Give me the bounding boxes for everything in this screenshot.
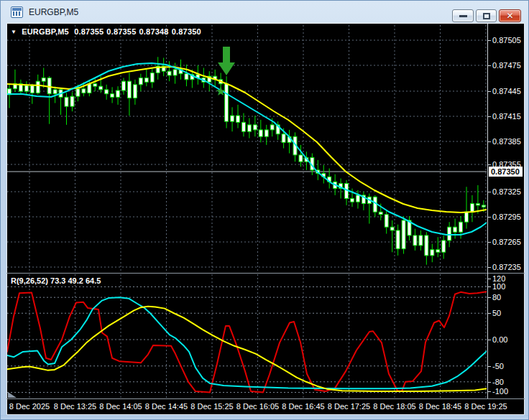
price-tick bbox=[488, 217, 491, 218]
price-tick bbox=[488, 91, 491, 92]
price-tick-label: 0.87475 bbox=[492, 61, 521, 70]
price-tick-label: 0.87445 bbox=[492, 87, 521, 95]
header-symbol: EURGBP,M5 bbox=[22, 27, 69, 36]
price-tick bbox=[488, 40, 491, 41]
restore-icon bbox=[483, 13, 490, 19]
star-signal-icon: ★ bbox=[215, 84, 226, 98]
price-tick-label: 0.87415 bbox=[492, 112, 521, 121]
indicator-tick bbox=[488, 391, 491, 392]
indicator-tick bbox=[488, 382, 491, 383]
time-tick-label: 8 Dec 13:25 bbox=[54, 402, 96, 411]
minimize-icon bbox=[459, 15, 467, 17]
time-tick-label: 8 Dec 2025 bbox=[9, 402, 50, 411]
time-tick-label: 8 Dec 17:25 bbox=[328, 402, 370, 411]
indicator-tick-label: -80 bbox=[492, 378, 504, 386]
indicator-tick bbox=[488, 297, 491, 298]
indicator-tick-label: 0.00 bbox=[492, 335, 507, 344]
price-tick bbox=[488, 116, 491, 117]
price-tick bbox=[488, 65, 491, 66]
header-low: 0.87348 bbox=[139, 27, 169, 36]
minimize-button[interactable] bbox=[452, 9, 474, 22]
indicator-tick bbox=[488, 279, 491, 279]
pane-separator[interactable] bbox=[6, 273, 525, 274]
time-tick-label: 8 Dec 15:25 bbox=[190, 402, 233, 411]
price-tick bbox=[488, 141, 491, 142]
time-tick-label: 8 Dec 14:45 bbox=[145, 402, 188, 411]
window-bottom-frame bbox=[1, 415, 529, 420]
header-open: 0.87355 bbox=[74, 27, 104, 36]
indicator-tick-label: 80 bbox=[492, 293, 501, 302]
price-tick-label: 0.87295 bbox=[492, 213, 521, 221]
price-tick-label: 0.87385 bbox=[492, 137, 521, 146]
window-titlebar[interactable]: EURGBP,M5 ✕ bbox=[1, 1, 529, 23]
close-icon: ✕ bbox=[506, 11, 513, 20]
time-tick-label: 8 Dec 16:05 bbox=[236, 402, 279, 411]
indicator-tick-label: -50 bbox=[492, 362, 504, 370]
price-tick bbox=[488, 242, 491, 243]
time-tick-label: 8 Dec 14:05 bbox=[99, 402, 142, 411]
symbol-dropdown-icon[interactable]: ▼ bbox=[11, 29, 17, 35]
indicator-tick bbox=[488, 286, 491, 287]
window-title: EURGBP,M5 bbox=[29, 7, 78, 17]
header-high: 0.87355 bbox=[106, 27, 136, 36]
price-tick bbox=[488, 164, 491, 165]
indicator-label: R(9,26,52) 73.3 49.2 64.5 bbox=[11, 276, 101, 285]
indicator-tick bbox=[488, 366, 491, 367]
indicator-canvas[interactable] bbox=[7, 274, 487, 398]
main-chart-canvas[interactable]: ★ bbox=[7, 25, 487, 273]
indicator-tick bbox=[488, 340, 491, 340]
close-button[interactable]: ✕ bbox=[499, 9, 521, 22]
indicator-tick-label: 50 bbox=[492, 309, 501, 317]
indicator-tick bbox=[488, 313, 491, 314]
price-tick bbox=[488, 192, 491, 192]
time-tick-label: 8 Dec 18:45 bbox=[419, 402, 461, 411]
time-tick-label: 8 Dec 16:45 bbox=[282, 402, 324, 411]
time-tick-label: 8 Dec 18:05 bbox=[373, 402, 415, 411]
price-tick bbox=[488, 267, 491, 268]
indicator-tick-label: -100 bbox=[492, 387, 508, 396]
price-tick-label: 0.87235 bbox=[492, 263, 521, 271]
time-axis-border bbox=[6, 398, 525, 399]
mt4-chart-window: { "window": { "title": "EURGBP,M5", "con… bbox=[0, 0, 529, 420]
indicator-tick-label: 100 bbox=[492, 282, 505, 291]
chart-ohlc-header: ▼EURGBP,M5 0.873550.873550.873480.87350 bbox=[11, 27, 204, 36]
current-price-box: 0.87350 bbox=[489, 167, 523, 177]
price-tick-label: 0.87325 bbox=[492, 187, 521, 196]
price-tick-label: 0.87265 bbox=[492, 238, 521, 246]
chart-window-icon bbox=[11, 6, 23, 18]
time-tick-label: 8 Dec 19:25 bbox=[464, 402, 507, 411]
price-axis-border bbox=[487, 24, 488, 398]
header-close: 0.87350 bbox=[172, 27, 201, 36]
restore-button[interactable] bbox=[476, 9, 497, 22]
price-tick-label: 0.87505 bbox=[492, 36, 521, 45]
